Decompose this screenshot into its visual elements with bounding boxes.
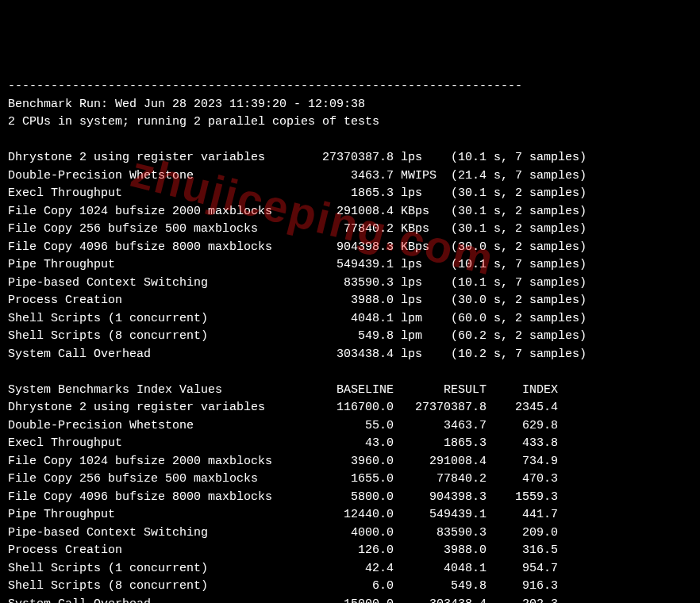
terminal-output: ----------------------------------------… xyxy=(8,78,692,603)
